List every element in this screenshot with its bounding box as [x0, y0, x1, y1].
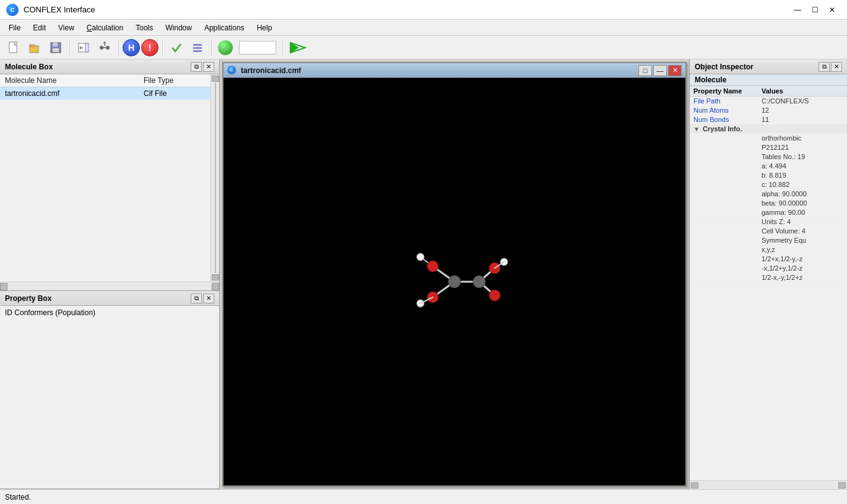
- obj-prop-row[interactable]: Tables No.: 19: [690, 152, 847, 162]
- obj-prop-row[interactable]: a: 4.494: [690, 162, 847, 171]
- title-bar: C CONFLEX Interface — ☐ ✕: [0, 0, 847, 20]
- obj-prop-row[interactable]: 1/2-x,-y,1/2+z: [690, 273, 847, 282]
- obj-prop-row[interactable]: gamma: 90.00: [690, 208, 847, 217]
- obj-inspector-close[interactable]: ✕: [831, 62, 842, 72]
- center-panel: C tartronicacid.cmf □ — ✕: [220, 59, 689, 489]
- obj-prop-row[interactable]: beta: 90.00000: [690, 199, 847, 208]
- molecule-box-content: Molecule Name File Type tartronicacid.cm…: [0, 74, 219, 290]
- property-box-header: Property Box ⧉ ✕: [0, 291, 219, 306]
- svg-point-25: [448, 276, 461, 288]
- mol-cell-type: Cif File: [144, 89, 206, 98]
- toolbar-sep-1: [69, 40, 70, 55]
- obj-prop-name: Num Bonds: [690, 115, 758, 124]
- obj-prop-name: [690, 245, 758, 254]
- obj-prop-row[interactable]: -x,1/2+y,1/2-z: [690, 264, 847, 273]
- check-button[interactable]: [167, 38, 186, 57]
- svg-point-31: [417, 253, 424, 261]
- obj-prop-row[interactable]: Num Bonds11: [690, 115, 847, 124]
- svg-rect-7: [85, 43, 89, 52]
- sticks-button[interactable]: [95, 38, 115, 57]
- obj-prop-value: alpha: 90.0000: [758, 189, 847, 199]
- svg-point-26: [473, 276, 485, 288]
- menu-tools[interactable]: Tools: [129, 22, 159, 33]
- obj-prop-value: Tables No.: 19: [758, 152, 847, 162]
- mol-row[interactable]: tartronicacid.cmf Cif File: [0, 87, 211, 100]
- obj-prop-row[interactable]: Units Z: 4: [690, 217, 847, 227]
- obj-prop-row[interactable]: 1/2+x,1/2-y,-z: [690, 254, 847, 264]
- obj-prop-row[interactable]: Cell Volume: 4: [690, 227, 847, 236]
- status-bar: Started.: [0, 489, 847, 504]
- obj-inspector-restore[interactable]: ⧉: [819, 62, 830, 72]
- toolbar-sep-5: [282, 40, 283, 55]
- molecule-box-restore[interactable]: ⧉: [191, 62, 202, 72]
- new-button[interactable]: [4, 38, 24, 57]
- obj-prop-row[interactable]: x,y,z: [690, 245, 847, 254]
- obj-prop-name: [690, 171, 758, 180]
- sphere-button[interactable]: [215, 38, 235, 57]
- svg-point-30: [489, 290, 500, 301]
- molecule-box-title: Molecule Box: [5, 63, 189, 71]
- menu-view[interactable]: View: [52, 22, 80, 33]
- mol-h-scrollbar[interactable]: [0, 282, 219, 290]
- r-button[interactable]: !: [141, 39, 159, 56]
- obj-prop-value: x,y,z: [758, 245, 847, 254]
- obj-prop-row[interactable]: Symmetry Equ: [690, 236, 847, 245]
- obj-prop-name: Num Atoms: [690, 106, 758, 115]
- import-button[interactable]: ▶: [74, 38, 93, 57]
- molecule-box-scrollbar[interactable]: [211, 74, 219, 282]
- open-button[interactable]: [25, 38, 45, 57]
- obj-prop-value: Cell Volume: 4: [758, 227, 847, 236]
- menu-calculation[interactable]: Calculation: [80, 22, 129, 33]
- obj-prop-value: Symmetry Equ: [758, 236, 847, 245]
- menu-edit[interactable]: Edit: [27, 22, 52, 33]
- menu-help[interactable]: Help: [251, 22, 279, 33]
- obj-scrollbar-h[interactable]: [690, 480, 847, 489]
- status-text: Started.: [5, 493, 31, 502]
- object-inspector-content: Molecule Property Name Values File PathC…: [690, 74, 847, 480]
- h-button[interactable]: H: [123, 39, 140, 56]
- obj-prop-row[interactable]: orthorhombic: [690, 134, 847, 143]
- obj-prop-row[interactable]: b: 8.819: [690, 171, 847, 180]
- obj-prop-name: File Path: [690, 97, 758, 106]
- mol-table-header: Molecule Name File Type: [0, 74, 211, 87]
- obj-prop-row[interactable]: alpha: 90.0000: [690, 189, 847, 199]
- maximize-button[interactable]: ☐: [806, 4, 823, 16]
- property-box-close[interactable]: ✕: [203, 293, 214, 303]
- obj-prop-value: 12: [758, 106, 847, 115]
- menu-window[interactable]: Window: [159, 22, 198, 33]
- obj-prop-value: Units Z: 4: [758, 217, 847, 227]
- menu-applications[interactable]: Applications: [198, 22, 251, 33]
- obj-prop-name: [690, 134, 758, 143]
- mol-viewport[interactable]: [224, 78, 685, 485]
- obj-prop-row[interactable]: Num Atoms12: [690, 106, 847, 115]
- main-area: Molecule Box ⧉ ✕ Molecule Name File Type…: [0, 59, 847, 489]
- object-inspector-title: Object Inspector: [695, 63, 817, 71]
- mol-minimize-button[interactable]: —: [653, 65, 667, 76]
- property-box: Property Box ⧉ ✕ ID Conformers (Populati…: [0, 291, 219, 489]
- text-input-field[interactable]: [239, 41, 276, 54]
- list-button[interactable]: [188, 38, 207, 57]
- app-title: CONFLEX Interface: [24, 5, 789, 14]
- obj-prop-name: [690, 199, 758, 208]
- minimize-button[interactable]: —: [789, 4, 806, 16]
- mol-close-button[interactable]: ✕: [668, 65, 682, 76]
- svg-point-27: [427, 261, 438, 272]
- molecule-box-close[interactable]: ✕: [203, 62, 214, 72]
- toolbar-sep-4: [211, 40, 212, 55]
- obj-prop-row[interactable]: ▼ Crystal Info.: [690, 124, 847, 134]
- property-box-restore[interactable]: ⧉: [191, 293, 202, 303]
- save-button[interactable]: [46, 38, 66, 57]
- obj-prop-row[interactable]: File PathC:/CONFLEX/S: [690, 97, 847, 106]
- obj-prop-name: [690, 162, 758, 171]
- property-box-text: ID Conformers (Population): [5, 308, 95, 317]
- obj-prop-name: [690, 236, 758, 245]
- object-inspector-header: Object Inspector ⧉ ✕: [690, 59, 847, 74]
- mol-restore-button[interactable]: □: [638, 65, 652, 76]
- close-button[interactable]: ✕: [823, 4, 841, 16]
- obj-prop-row[interactable]: c: 10.882: [690, 180, 847, 189]
- obj-prop-name: [690, 143, 758, 152]
- menu-file[interactable]: File: [2, 22, 27, 33]
- obj-prop-row[interactable]: P212121: [690, 143, 847, 152]
- mol-window-title: tartronicacid.cmf: [241, 66, 637, 75]
- molecule-display: [399, 232, 510, 331]
